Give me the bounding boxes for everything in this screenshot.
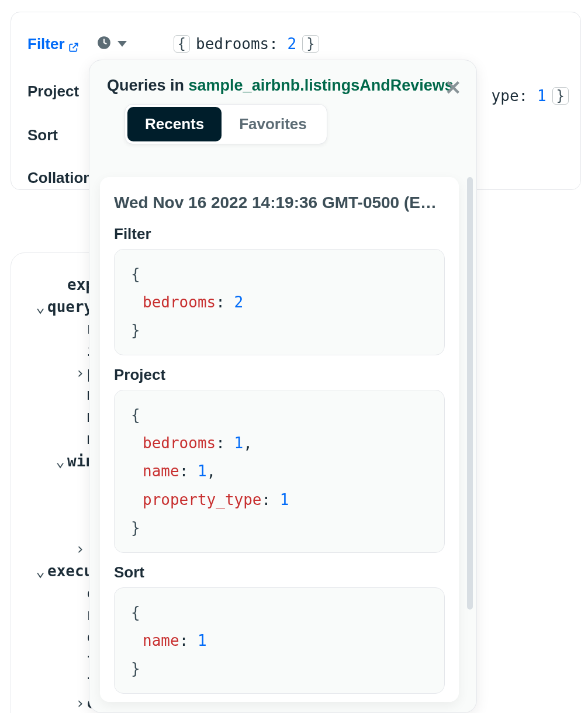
project-input-fragment: ype: 1 }: [492, 87, 569, 105]
brace-open: {: [174, 35, 190, 53]
close-icon[interactable]: ✕: [445, 78, 461, 98]
tab-favorites[interactable]: Favorites: [222, 107, 324, 141]
section-sort-label: Sort: [114, 563, 445, 582]
project-code: {bedrooms: 1,name: 1,property_type: 1}: [114, 390, 445, 552]
brace-close: }: [302, 35, 319, 53]
sort-row-label: Sort: [27, 126, 58, 144]
external-link-icon: [68, 39, 79, 49]
scrollbar-thumb[interactable]: [467, 177, 473, 610]
clock-icon: [96, 35, 112, 53]
filter-code: {bedrooms: 2}: [114, 249, 445, 355]
filter-link[interactable]: Filter: [27, 35, 79, 53]
brace-close: }: [552, 87, 569, 105]
query-card[interactable]: Wed Nov 16 2022 14:19:36 GMT-0500 (Eas… …: [100, 177, 459, 702]
filter-input[interactable]: { bedrooms: 2 }: [174, 35, 319, 53]
filter-value: 2: [288, 35, 297, 53]
query-history-popover: ✕ Queries in sample_airbnb.listingsAndRe…: [89, 60, 477, 713]
filter-row: Filter { bedrooms: 2 }: [27, 23, 564, 65]
tab-recents[interactable]: Recents: [127, 107, 222, 141]
filter-key: bedrooms: [196, 35, 269, 53]
section-project-label: Project: [114, 366, 445, 384]
history-dropdown[interactable]: [96, 35, 127, 53]
popover-title: Queries in sample_airbnb.listingsAndRevi…: [107, 77, 459, 95]
namespace: sample_airbnb.listingsAndReviews: [189, 77, 454, 94]
collation-row-label: Collation: [27, 169, 92, 187]
query-timestamp: Wed Nov 16 2022 14:19:36 GMT-0500 (Eas…: [114, 193, 445, 212]
section-filter-label: Filter: [114, 225, 445, 243]
project-row-label: Project: [27, 82, 79, 101]
chevron-down-icon: [117, 41, 127, 47]
filter-link-text: Filter: [27, 35, 65, 53]
sort-code: {name: 1}: [114, 587, 445, 694]
tab-bar: Recents Favorites: [124, 104, 327, 144]
